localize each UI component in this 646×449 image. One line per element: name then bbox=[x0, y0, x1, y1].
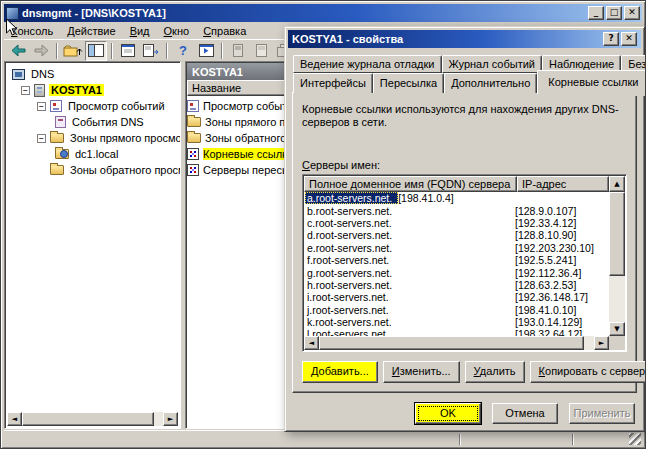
column-header-fqdn[interactable]: Полное доменное имя (FQDN) сервера bbox=[304, 176, 517, 192]
export-list-icon[interactable] bbox=[140, 41, 162, 61]
dns-settings-icon bbox=[187, 164, 199, 176]
delete-button[interactable]: Удалить bbox=[465, 361, 525, 383]
expand-collapse-icon[interactable]: − bbox=[37, 134, 46, 143]
table-row[interactable]: g.root-servers.net.[192.112.36.4] bbox=[305, 266, 608, 278]
toolbar-separator bbox=[166, 43, 168, 59]
tree-node-dns-root[interactable]: DNS bbox=[7, 66, 178, 82]
name-servers-label: Серверы имен: bbox=[302, 159, 380, 171]
maximize-button[interactable]: □ bbox=[606, 6, 622, 20]
scroll-left-icon[interactable]: ◄ bbox=[304, 336, 319, 350]
dns-settings-icon bbox=[187, 148, 199, 160]
tree-horizontal-scrollbar[interactable]: ◄ ► bbox=[7, 412, 178, 426]
dialog-title: KOSTYA1 - свойства bbox=[292, 33, 403, 45]
add-button[interactable]: Добавить... bbox=[302, 361, 378, 383]
toolbar-separator bbox=[111, 43, 113, 59]
server-icon bbox=[34, 84, 45, 97]
server-rows: a.root-servers.net.[198.41.0.4] b.root-s… bbox=[305, 192, 608, 336]
column-header-ip[interactable]: IP-адрес bbox=[517, 176, 609, 192]
show-in-new-window-icon[interactable] bbox=[195, 41, 217, 61]
edit-button[interactable]: Изменить... bbox=[383, 361, 460, 383]
document-icon[interactable] bbox=[250, 41, 272, 61]
dialog-footer: OK Отмена Применить bbox=[285, 403, 635, 424]
minimize-button[interactable]: _ bbox=[588, 6, 604, 20]
tab-event-logging[interactable]: Журнал событий bbox=[442, 55, 542, 73]
tree-node-forward-zones[interactable]: − Зоны прямого просмотра bbox=[7, 130, 178, 146]
tree-node-kostya1[interactable]: − KOSTYA1 bbox=[7, 82, 178, 98]
tab-advanced[interactable]: Дополнительно bbox=[444, 73, 537, 93]
scroll-right-icon[interactable]: ► bbox=[594, 336, 609, 350]
dns-events-log-icon bbox=[55, 116, 66, 128]
scroll-down-icon[interactable]: ▼ bbox=[609, 322, 625, 336]
table-row[interactable]: i.root-servers.net.[192.36.148.17] bbox=[305, 291, 608, 303]
console-tree-pane: DNS − KOSTYA1 − Просмотр событий События… bbox=[4, 61, 181, 429]
scroll-up-icon[interactable]: ▲ bbox=[609, 176, 625, 192]
horizontal-scrollbar[interactable]: ◄ ► bbox=[304, 336, 609, 350]
cancel-button[interactable]: Отмена bbox=[492, 403, 558, 424]
table-row[interactable]: e.root-servers.net.[192.203.230.10] bbox=[305, 242, 608, 254]
table-row[interactable]: k.root-servers.net.[193.0.14.129] bbox=[305, 316, 608, 328]
event-viewer-icon bbox=[187, 100, 199, 112]
show-hide-console-tree-icon[interactable] bbox=[85, 41, 107, 61]
tree-node-dc1-local[interactable]: dc1.local bbox=[7, 146, 178, 162]
properties-dialog: KOSTYA1 - свойства ? ✕ Ведение журнала о… bbox=[284, 26, 645, 432]
table-row[interactable]: f.root-servers.net.[192.5.5.241] bbox=[305, 254, 608, 266]
ok-button[interactable]: OK bbox=[415, 403, 481, 424]
zone-folder-icon bbox=[55, 149, 69, 159]
tab-interfaces[interactable]: Интерфейсы bbox=[293, 73, 373, 93]
folder-icon bbox=[50, 165, 64, 175]
dialog-titlebar: KOSTYA1 - свойства ? ✕ bbox=[288, 30, 641, 48]
tree-node-reverse-zones[interactable]: Зоны обратного просмотра bbox=[7, 162, 178, 178]
table-row[interactable]: b.root-servers.net.[128.9.0.107] bbox=[305, 204, 608, 216]
tab-debug-logging[interactable]: Ведение журнала отладки bbox=[293, 55, 442, 73]
folder-icon bbox=[50, 133, 64, 143]
status-bar-divider bbox=[572, 434, 574, 445]
resize-grip[interactable] bbox=[629, 433, 641, 445]
scrollbar-thumb[interactable] bbox=[609, 192, 625, 276]
back-icon[interactable] bbox=[7, 41, 29, 61]
table-row[interactable]: a.root-servers.net.[198.41.0.4] bbox=[305, 192, 608, 204]
tab-root-hints[interactable]: Корневые ссылки bbox=[537, 70, 646, 94]
tab-description: Корневые ссылки используются для нахожде… bbox=[302, 103, 624, 129]
status-bar-divider bbox=[459, 434, 461, 445]
scrollbar-thumb[interactable] bbox=[319, 336, 584, 350]
copy-from-server-button[interactable]: Копировать с сервера bbox=[530, 361, 646, 383]
table-row[interactable]: d.root-servers.net.[128.8.10.90] bbox=[305, 229, 608, 241]
server-icon[interactable] bbox=[227, 41, 249, 61]
scroll-left-icon[interactable]: ◄ bbox=[7, 412, 22, 426]
close-button[interactable]: ✕ bbox=[624, 6, 640, 20]
root-hints-tab-page: Корневые ссылки используются для нахожде… bbox=[292, 92, 637, 393]
scrollbar-thumb[interactable] bbox=[22, 412, 154, 426]
app-window: dnsmgmt - [DNS\KOSTYA1] _ □ ✕ Консоль Де… bbox=[0, 0, 646, 449]
mouse-cursor bbox=[5, 18, 18, 38]
apply-button: Применить bbox=[569, 403, 635, 424]
name-servers-list: Полное доменное имя (FQDN) сервера IP-ад… bbox=[302, 174, 627, 352]
dns-console-icon bbox=[12, 69, 25, 80]
menu-action[interactable]: Действие bbox=[60, 24, 122, 38]
expand-collapse-icon[interactable]: − bbox=[21, 86, 30, 95]
tab-row-front: Интерфейсы Пересылка Дополнительно Корне… bbox=[293, 73, 646, 94]
properties-icon[interactable] bbox=[117, 41, 139, 61]
dialog-help-icon[interactable]: ? bbox=[603, 32, 619, 46]
tab-forwarders[interactable]: Пересылка bbox=[373, 73, 444, 93]
table-row[interactable]: c.root-servers.net.[192.33.4.12] bbox=[305, 217, 608, 229]
folder-icon bbox=[187, 117, 201, 127]
help-icon[interactable]: ? bbox=[172, 41, 194, 61]
dialog-close-icon[interactable]: ✕ bbox=[621, 32, 637, 46]
expand-collapse-icon[interactable]: − bbox=[37, 102, 46, 111]
scroll-right-icon[interactable]: ► bbox=[163, 412, 178, 426]
menu-view[interactable]: Вид bbox=[123, 24, 157, 38]
menu-help[interactable]: Справка bbox=[196, 24, 253, 38]
event-viewer-icon bbox=[50, 100, 62, 112]
up-one-level-icon[interactable] bbox=[62, 41, 84, 61]
tree-node-dns-events[interactable]: События DNS bbox=[7, 114, 178, 130]
menu-window[interactable]: Окно bbox=[157, 24, 197, 38]
scrollbar-corner bbox=[609, 336, 625, 350]
folder-icon bbox=[187, 133, 201, 143]
window-title: dnsmgmt - [DNS\KOSTYA1] bbox=[22, 7, 166, 19]
table-row[interactable]: l.root-servers.net.[198.32.64.12] bbox=[305, 328, 608, 336]
table-row[interactable]: h.root-servers.net.[128.63.2.53] bbox=[305, 279, 608, 291]
table-row[interactable]: j.root-servers.net.[198.41.0.10] bbox=[305, 304, 608, 316]
tree-node-event-viewer[interactable]: − Просмотр событий bbox=[7, 98, 178, 114]
forward-icon[interactable] bbox=[30, 41, 52, 61]
list-buttons: Добавить... Изменить... Удалить Копирова… bbox=[302, 361, 627, 383]
